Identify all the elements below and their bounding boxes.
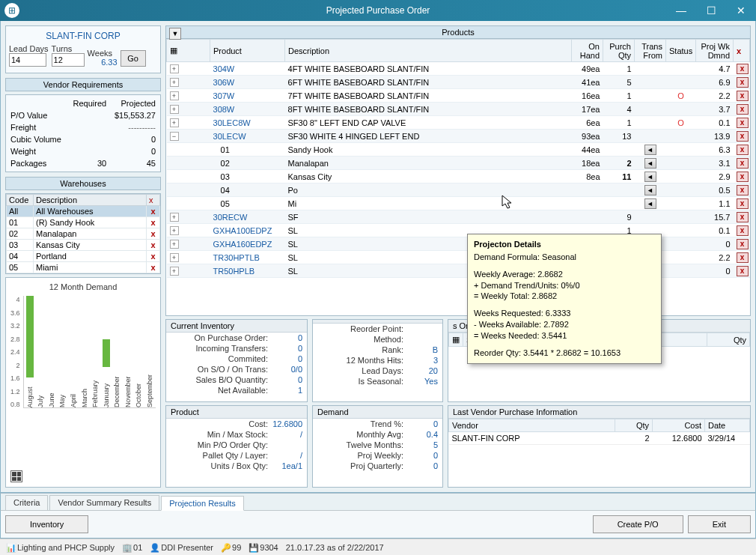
remove-row-button[interactable]: x (737, 145, 749, 155)
info-row: Trend %:0 (313, 419, 442, 429)
delete-warehouse-button[interactable]: x (147, 206, 160, 217)
product-row[interactable]: +30LEC8WSF30 8" LEFT END CAP VALVE6ea1O0… (167, 116, 750, 130)
product-subrow[interactable]: 04Po◄0.5x (167, 184, 750, 197)
chart-bar: August (25, 296, 35, 407)
create-po-button[interactable]: Create P/O (593, 515, 683, 533)
transfer-arrow-icon[interactable]: ◄ (644, 145, 656, 155)
remove-row-button[interactable]: x (737, 64, 749, 74)
delete-warehouse-button[interactable]: x (147, 251, 160, 262)
product-row[interactable]: +307W7FT WHITE BASEBOARD SLANT/FIN16ea1O… (167, 89, 750, 103)
remove-row-button[interactable]: x (737, 131, 749, 142)
col-vendor[interactable]: Vendor (449, 419, 615, 431)
remove-row-button[interactable]: x (737, 266, 749, 276)
tab-projection[interactable]: Projection Results (161, 496, 244, 511)
last-vendor-row[interactable]: SLANT-FIN CORP 2 12.6800 3/29/14 (449, 431, 750, 444)
warehouse-row[interactable]: 04Portlandx (7, 251, 160, 262)
info-row: Min P/O Order Qty: (166, 440, 307, 450)
product-row[interactable]: +GXHA160EDPZSL10x (167, 237, 750, 251)
transfer-arrow-icon[interactable]: ◄ (644, 185, 656, 195)
info-row: Pallet Qty / Layer:/ (166, 450, 307, 461)
col-purch-qty[interactable]: Purch Qty (603, 40, 635, 62)
inventory-button[interactable]: Inventory (5, 515, 88, 533)
product-row[interactable]: −30LECWSF30 WHITE 4 HINGED LEFT END93ea1… (167, 130, 750, 143)
warehouse-row[interactable]: 03Kansas Cityx (7, 240, 160, 251)
tab-summary[interactable]: Vendor Summary Results (49, 495, 159, 510)
expand-icon[interactable]: + (170, 240, 179, 249)
expand-icon[interactable]: + (170, 118, 179, 127)
transfer-arrow-icon[interactable]: ◄ (644, 158, 656, 169)
remove-row-button[interactable]: x (737, 158, 749, 169)
delete-warehouse-button[interactable]: x (147, 228, 160, 240)
info-row: Sales B/O Quantity:0 (166, 374, 307, 385)
delete-warehouse-button[interactable]: x (147, 217, 160, 228)
turns-input[interactable] (52, 53, 85, 67)
remove-row-button[interactable]: x (737, 118, 749, 128)
go-button[interactable]: Go (121, 50, 146, 67)
expand-icon[interactable]: + (170, 105, 179, 114)
info-row: Proj Quarterly:0 (313, 461, 442, 471)
filter-button[interactable]: ▼ (169, 28, 181, 40)
vendor-panel: SLANT-FIN CORP Lead Days Turns Weeks 6.3… (5, 25, 161, 73)
remove-row-button[interactable]: x (737, 104, 749, 115)
requirements-table: RequiredProjected P/O Value$15,553.27Fre… (7, 97, 159, 170)
product-row[interactable]: +TR30HPTLBSL82.2x (167, 251, 750, 264)
transfer-arrow-icon[interactable]: ◄ (644, 198, 656, 209)
warehouse-row[interactable]: 01(R) Sandy Hookx (7, 217, 160, 228)
delete-warehouse-button[interactable]: x (147, 240, 160, 251)
remove-row-button[interactable]: x (737, 225, 749, 236)
col-description[interactable]: Description (285, 40, 572, 62)
info-row: Twelve Months:5 (313, 440, 442, 450)
expand-icon[interactable]: − (170, 132, 179, 141)
expand-icon[interactable]: + (170, 267, 179, 276)
chart-grid-icon[interactable] (10, 470, 22, 482)
chart-bar: January (101, 296, 111, 407)
remove-row-button[interactable]: x (737, 212, 749, 222)
vendor-name: SLANT-FIN CORP (9, 29, 157, 44)
expand-icon[interactable]: + (170, 253, 179, 262)
product-subrow[interactable]: 05Mi◄1.1x (167, 197, 750, 210)
remove-row-button[interactable]: x (737, 252, 749, 263)
tab-criteria[interactable]: Criteria (5, 495, 48, 510)
warehouse-row[interactable]: AllAll Warehousesx (7, 206, 160, 217)
product-row[interactable]: +GXHA100EDPZSL10.1x (167, 224, 750, 237)
product-row[interactable]: +306W6FT WHITE BASEBOARD SLANT/FIN41ea56… (167, 76, 750, 89)
product-row[interactable]: +304W4FT WHITE BASEBOARD SLANT/FIN49ea14… (167, 62, 750, 76)
col-onhand[interactable]: On Hand (572, 40, 603, 62)
remove-row-button[interactable]: x (737, 185, 749, 195)
col-delete[interactable]: x (734, 40, 750, 62)
warehouse-row[interactable]: 02Manalapanx (7, 228, 160, 240)
user-icon: 👤 (150, 543, 159, 552)
col-product[interactable]: Product (210, 40, 285, 62)
expand-icon[interactable]: + (170, 213, 179, 222)
close-button[interactable]: ✕ (726, 0, 756, 21)
remove-row-button[interactable]: x (737, 239, 749, 249)
expand-icon[interactable]: + (170, 64, 179, 73)
remove-row-button[interactable]: x (737, 77, 749, 88)
product-subrow[interactable]: 02Manalapan18ea2◄3.1x (167, 157, 750, 170)
expand-icon[interactable]: + (170, 91, 179, 100)
exit-button[interactable]: Exit (688, 515, 751, 533)
remove-row-button[interactable]: x (737, 172, 749, 182)
product-row[interactable]: +308W8FT WHITE BASEBOARD SLANT/FIN17ea43… (167, 103, 750, 116)
lead-days-input[interactable] (9, 53, 46, 67)
minimize-button[interactable]: — (666, 0, 696, 21)
remove-row-button[interactable]: x (737, 91, 749, 101)
info-row: Net Available:1 (166, 385, 307, 395)
col-status[interactable]: Status (666, 40, 696, 62)
col-proj-dmnd[interactable]: Proj Wk Dmnd (696, 40, 734, 62)
transfer-arrow-icon[interactable]: ◄ (644, 172, 656, 182)
expand-icon[interactable]: + (170, 226, 179, 235)
lead-days-label: Lead Days (9, 44, 49, 53)
delete-warehouse-button[interactable]: x (147, 262, 160, 273)
product-row[interactable]: +TR50HPLBSL0x (167, 264, 750, 278)
chart-bar: November (123, 296, 132, 407)
maximize-button[interactable]: ☐ (696, 0, 726, 21)
col-trans-from[interactable]: Trans From (635, 40, 666, 62)
warehouse-row[interactable]: 05Miamix (7, 262, 160, 273)
col-qty[interactable]: Qty (707, 333, 749, 347)
product-row[interactable]: +30RECWSF915.7x (167, 210, 750, 224)
product-subrow[interactable]: 03Kansas City8ea11◄2.9x (167, 170, 750, 184)
remove-row-button[interactable]: x (737, 198, 749, 209)
product-subrow[interactable]: 01Sandy Hook44ea◄6.3x (167, 143, 750, 157)
expand-icon[interactable]: + (170, 78, 179, 87)
